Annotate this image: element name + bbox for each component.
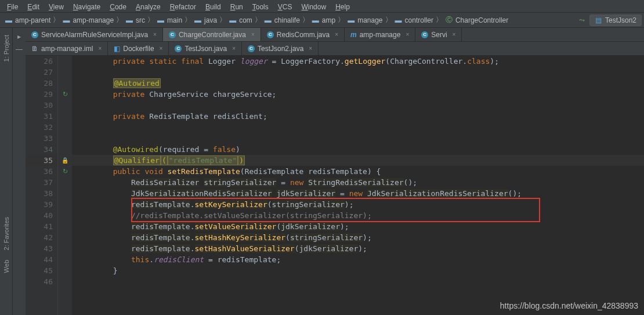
code-content[interactable]: private static final Logger logger = Log…	[72, 56, 644, 315]
close-icon[interactable]: ×	[406, 31, 409, 38]
close-icon[interactable]: ×	[309, 45, 312, 52]
run-config-label: TestJson2	[605, 16, 636, 24]
menu-code[interactable]: Code	[105, 2, 131, 10]
build-icon[interactable]: ⤳	[578, 16, 586, 24]
close-icon[interactable]: ×	[160, 45, 163, 52]
tab-label: ChargeController.java	[179, 31, 246, 39]
code-line[interactable]: redisTemplate.setHashValueSerializer(jdk…	[72, 243, 644, 254]
tab-label: TestJson.java	[184, 45, 227, 53]
code-line[interactable]: RedisSerializer stringSerializer = new S…	[72, 177, 644, 188]
code-line[interactable]: private RedisTemplate redisClient;	[72, 111, 644, 122]
gutter-indicator	[58, 56, 72, 67]
close-icon[interactable]: ×	[232, 45, 236, 52]
editor-tab[interactable]: CTestJson2.java×	[242, 42, 319, 55]
chevron-right-icon: 〉	[436, 15, 443, 25]
menu-view[interactable]: View	[44, 2, 68, 10]
project-collapse-icon[interactable]: ▸	[14, 31, 24, 42]
folder-icon: ▬	[62, 16, 70, 24]
code-line[interactable]: @Autowired(required = false)	[72, 144, 644, 155]
breadcrumb-item[interactable]: ▬java	[191, 15, 219, 26]
folder-icon: ▬	[157, 16, 165, 24]
code-line[interactable]	[72, 276, 644, 287]
editor-tab[interactable]: 🗎amp-manage.iml×	[26, 42, 108, 55]
close-icon[interactable]: ×	[453, 31, 456, 38]
run-config-selector[interactable]: ▤ TestJson2	[589, 15, 642, 26]
breadcrumb-item[interactable]: ▬amp-manage	[60, 15, 116, 26]
vcs-change-icon[interactable]: ↻	[63, 90, 68, 98]
editor-tab[interactable]: ◧Dockerfile×	[108, 42, 169, 55]
gutter-indicator: ↻	[58, 166, 72, 177]
code-line[interactable]: @Qualifier("redisTemplate")	[72, 155, 644, 166]
menu-edit[interactable]: Edit	[23, 2, 44, 10]
code-line[interactable]: }	[72, 265, 644, 276]
close-icon[interactable]: ×	[251, 31, 255, 38]
code-line[interactable]	[72, 133, 644, 144]
breadcrumb-item[interactable]: ▬src	[123, 15, 147, 26]
tool-window-project[interactable]: 1: Project	[3, 35, 10, 61]
class-file-icon: C	[169, 31, 176, 38]
line-number: 43	[26, 243, 57, 254]
code-line[interactable]: @Autowired	[72, 78, 644, 89]
menu-analyze[interactable]: Analyze	[131, 2, 165, 10]
breadcrumb-label: amp-manage	[73, 16, 114, 24]
vcs-change-icon[interactable]: ↻	[63, 168, 68, 175]
gutter-indicator	[58, 111, 72, 122]
code-line[interactable]	[72, 122, 644, 133]
tool-window-favorites[interactable]: 2: Favorites	[3, 217, 10, 250]
editor-tab[interactable]: CTestJson.java×	[169, 42, 242, 55]
code-editor[interactable]: 2627282930313233343536373839404142434445…	[26, 56, 644, 315]
close-icon[interactable]: ×	[98, 45, 102, 52]
menu-tools[interactable]: Tools	[248, 2, 273, 10]
close-icon[interactable]: ×	[153, 31, 157, 38]
breadcrumb-label: com	[239, 16, 252, 24]
menu-refactor[interactable]: Refactor	[165, 2, 201, 10]
breadcrumb-item[interactable]: ▬manage	[345, 15, 385, 26]
editor-tab[interactable]: CServi×	[415, 28, 462, 41]
breadcrumb-item[interactable]: ▬com	[226, 15, 255, 26]
code-line[interactable]: JdkSerializationRedisSerializer jdkSeria…	[72, 188, 644, 199]
menu-run[interactable]: Run	[226, 2, 248, 10]
breadcrumb-bar: ▬amp-parent〉▬amp-manage〉▬src〉▬main〉▬java…	[0, 13, 644, 28]
breadcrumb-label: ChargeController	[455, 16, 508, 24]
code-line[interactable]: //redisTemplate.setValueSerializer(strin…	[72, 210, 644, 221]
breadcrumb-item[interactable]: ▬controller	[392, 15, 436, 26]
menu-build[interactable]: Build	[201, 2, 226, 10]
editor-tab[interactable]: CChargeController.java×	[163, 28, 261, 41]
code-line[interactable]	[72, 67, 644, 78]
breadcrumb-item[interactable]: ▬amp	[309, 15, 338, 26]
breadcrumb-item[interactable]: ▬chinalife	[262, 15, 302, 26]
menu-help[interactable]: Help	[331, 2, 354, 10]
editor-tab[interactable]: CServiceAlarmRuleServiceImpl.java×	[26, 28, 163, 41]
code-line[interactable]: private ChargeService chargeService;	[72, 89, 644, 100]
breadcrumb-item[interactable]: ⒸChargeController	[443, 15, 511, 26]
editor-tab[interactable]: mamp-manage×	[345, 28, 415, 41]
code-line[interactable]: private static final Logger logger = Log…	[72, 56, 644, 67]
folder-icon: ▬	[125, 16, 133, 24]
code-line[interactable]: public void setRedisTemplate(RedisTempla…	[72, 166, 644, 177]
code-line[interactable]: redisTemplate.setHashKeySerializer(strin…	[72, 232, 644, 243]
line-number: 26	[26, 56, 57, 67]
breadcrumb-item[interactable]: ▬amp-parent	[2, 15, 53, 26]
code-line[interactable]: this.redisClient = redisTemplate;	[72, 254, 644, 265]
breadcrumb-label: java	[204, 16, 217, 24]
tool-window-web[interactable]: Web	[3, 260, 10, 273]
gutter-indicator	[58, 78, 72, 89]
code-line[interactable]	[72, 100, 644, 111]
menu-window[interactable]: Window	[296, 2, 331, 10]
gutter-indicator	[58, 144, 72, 155]
line-number: 28	[26, 78, 57, 89]
class-file-icon: C	[267, 31, 274, 38]
menu-vcs[interactable]: VCS	[273, 2, 297, 10]
code-line[interactable]: redisTemplate.setValueSerializer(jdkSeri…	[72, 221, 644, 232]
breadcrumb-item[interactable]: ▬main	[154, 15, 184, 26]
menu-file[interactable]: File	[2, 2, 23, 10]
menu-navigate[interactable]: Navigate	[68, 2, 105, 10]
line-number: 41	[26, 221, 57, 232]
chevron-right-icon: 〉	[147, 15, 154, 25]
editor-tab[interactable]: CRedisComm.java×	[261, 28, 345, 41]
code-line[interactable]: redisTemplate.setKeySerializer(stringSer…	[72, 199, 644, 210]
gutter-indicator	[58, 265, 72, 276]
close-icon[interactable]: ×	[335, 31, 338, 38]
project-stripe: ▸ —	[13, 28, 26, 315]
project-hide-icon[interactable]: —	[14, 44, 24, 55]
